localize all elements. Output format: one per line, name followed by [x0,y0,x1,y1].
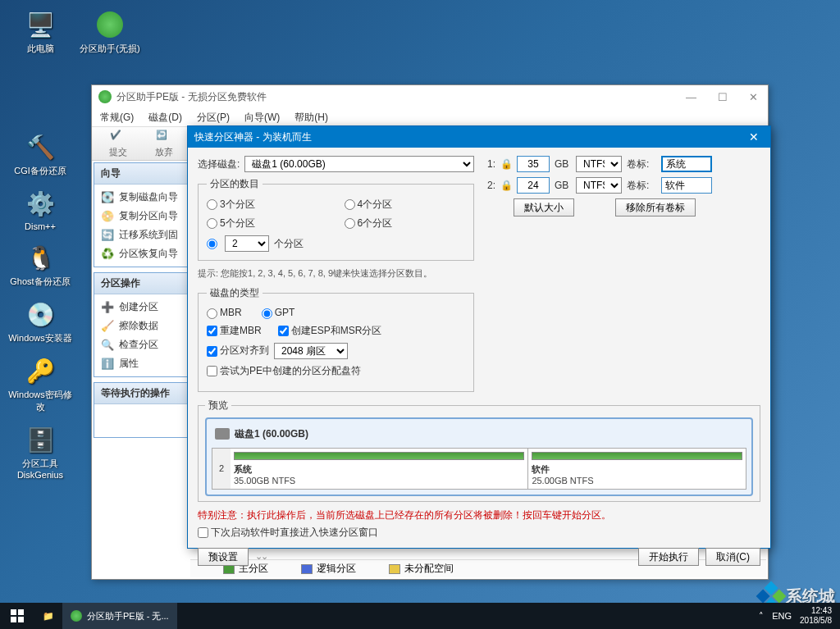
disk-copy-icon: 💽 [101,191,114,204]
sidebar-item-label: 创建分区 [119,300,158,314]
partition-copy-icon: 📀 [101,210,114,223]
tray-chevron-up-icon[interactable]: ˄ [759,611,764,622]
clock[interactable]: 12:43 2018/5/8 [800,606,832,626]
desktop-icon-ghost[interactable]: 🐧 Ghost备份还原 [8,241,72,288]
radio-label: 4个分区 [358,198,393,210]
fs-select[interactable]: NTFS [576,156,622,172]
desktop-icon-label: Windows安装器 [8,332,72,344]
sidebar-item-label: 迁移系统到固 [119,228,178,242]
windows-installer-icon: 💿 [24,298,57,330]
menu-general[interactable]: 常规(G) [100,111,134,125]
desktop-icon-label: 此电脑 [27,43,54,55]
custom-count-select[interactable]: 2 [225,235,269,252]
sidebar-item-label: 检查分区 [119,338,158,352]
close-button[interactable]: ✕ [746,91,761,103]
taskbar-app-item[interactable]: 分区助手PE版 - 无... [62,603,177,629]
sidebar: 向导 💽复制磁盘向导 📀复制分区向导 🔄迁移系统到固 ♻️分区恢复向导 分区操作… [94,162,188,443]
minimize-button[interactable]: — [682,91,700,103]
desktop-icon-label: 分区工具DiskGenius [8,458,72,480]
sidebar-item-create[interactable]: ➕创建分区 [94,298,187,317]
desktop-icon-diskgenius[interactable]: 🗄️ 分区工具DiskGenius [8,423,72,480]
cancel-button[interactable]: 取消(C) [705,548,760,566]
sidebar-item-wipe[interactable]: 🧹擦除数据 [94,317,187,335]
create-icon: ➕ [101,301,114,314]
size-input[interactable] [517,156,550,172]
remove-labels-button[interactable]: 移除所有卷标 [615,198,696,217]
checkbox-rebuild-mbr[interactable]: 重建MBR [207,324,262,338]
radio-label: 6个分区 [358,217,393,229]
radio-custom-partitions[interactable]: 2 个分区 [207,235,465,252]
language-indicator[interactable]: ENG [772,611,792,621]
taskbar-file-explorer[interactable]: 📁 [34,603,62,629]
radio-gpt[interactable]: GPT [262,307,295,318]
checkbox-label: 重建MBR [220,325,262,336]
disk-type-group: 磁盘的类型 MBR GPT 重建MBR 创建ESP和MSR分区 分区对齐到 20… [198,286,474,391]
start-button[interactable]: 开始执行 [638,548,699,566]
dialog-titlebar[interactable]: 快速分区神器 - 为装机而生 ✕ [188,126,770,148]
sidebar-item-properties[interactable]: ℹ️属性 [94,354,187,373]
desktop-icon-password[interactable]: 🔑 Windows密码修改 [8,354,72,413]
sidebar-item-label: 属性 [119,357,139,371]
fs-select[interactable]: NTFS [576,177,622,194]
sidebar-panel-pending: 等待执行的操作 [94,382,188,438]
desktop-icon-wininstall[interactable]: 💿 Windows安装器 [8,298,72,344]
sidebar-item-check[interactable]: 🔍检查分区 [94,335,187,354]
sidebar-item-label: 复制磁盘向导 [119,190,178,204]
checkbox-label: 下次启动软件时直接进入快速分区窗口 [211,526,378,538]
maximize-button[interactable]: ☐ [714,91,731,103]
svg-rect-0 [11,609,16,615]
checkbox-align[interactable]: 分区对齐到 [207,344,269,358]
diskgenius-icon: 🗄️ [24,423,57,456]
disk-select-label: 选择磁盘: [198,157,240,171]
menu-disk[interactable]: 磁盘(D) [148,111,182,125]
radio-6-partitions[interactable]: 6个分区 [345,217,466,230]
menu-help[interactable]: 帮助(H) [294,111,328,125]
sidebar-item-copy-disk[interactable]: 💽复制磁盘向导 [94,188,187,207]
volume-input[interactable] [661,177,712,194]
menubar: 常规(G) 磁盘(D) 分区(P) 向导(W) 帮助(H) [92,108,768,126]
radio-mbr[interactable]: MBR [207,307,242,318]
desktop-icon-computer[interactable]: 🖥️ 此电脑 [8,8,72,55]
sidebar-panel-title: 分区操作 [94,273,187,294]
default-size-button[interactable]: 默认大小 [514,198,574,217]
sidebar-item-migrate-os[interactable]: 🔄迁移系统到固 [94,226,187,244]
discard-button[interactable]: ↩️ 放弃 [144,130,184,158]
align-select[interactable]: 2048 扇区 [274,343,348,359]
custom-suffix: 个分区 [274,237,304,251]
preview-partition-2[interactable]: 软件 25.00GB NTFS [528,449,746,489]
preset-button[interactable]: 预设置 [198,548,249,566]
volume-label-text: 卷标: [627,179,656,193]
menu-wizard[interactable]: 向导(W) [244,111,280,125]
desktop-icon-label: Ghost备份还原 [10,276,70,288]
radio-4-partitions[interactable]: 4个分区 [345,198,466,212]
checkbox-next-start[interactable]: 下次启动软件时直接进入快速分区窗口 [198,526,378,538]
lock-icon[interactable]: 🔒 [500,158,512,170]
windows-logo-icon [11,609,24,622]
checkbox-create-esp[interactable]: 创建ESP和MSR分区 [278,324,382,338]
lock-icon[interactable]: 🔒 [500,180,512,191]
preview-partition-1[interactable]: 系统 35.00GB NTFS [231,449,528,489]
group-legend: 磁盘的类型 [207,286,262,300]
size-input[interactable] [517,177,550,194]
dialog-footer: 预设置 ⌄⌄ 开始执行 取消(C) [188,548,770,574]
start-button[interactable] [0,603,34,629]
dialog-close-button[interactable]: ✕ [744,130,764,144]
desktop-icon-partition-assistant[interactable]: 分区助手(无损) [78,8,142,55]
checkbox-pe-letter[interactable]: 尝试为PE中创建的分区分配盘符 [207,364,361,378]
menu-partition[interactable]: 分区(P) [197,111,230,125]
partition-index: 1: [484,158,495,170]
desktop-icon-cgi[interactable]: 🔨 CGI备份还原 [8,130,72,177]
dism-icon: ⚙️ [24,187,57,220]
desktop-icon-dism[interactable]: ⚙️ Dism++ [8,187,72,231]
radio-5-partitions[interactable]: 5个分区 [207,217,328,230]
commit-button[interactable]: ✔️ 提交 [98,130,138,158]
radio-3-partitions[interactable]: 3个分区 [207,198,328,212]
sidebar-item-recover[interactable]: ♻️分区恢复向导 [94,244,187,263]
toolbar-label: 放弃 [155,146,173,158]
disk-select[interactable]: 磁盘1 (60.00GB) [244,156,474,172]
partition-count-group: 分区的数目 3个分区 4个分区 5个分区 6个分区 2 个分区 [198,177,474,261]
volume-label-text: 卷标: [627,157,656,171]
main-titlebar[interactable]: 分区助手PE版 - 无损分区免费软件 — ☐ ✕ [92,85,768,108]
sidebar-item-copy-partition[interactable]: 📀复制分区向导 [94,207,187,226]
volume-input[interactable] [661,156,712,172]
